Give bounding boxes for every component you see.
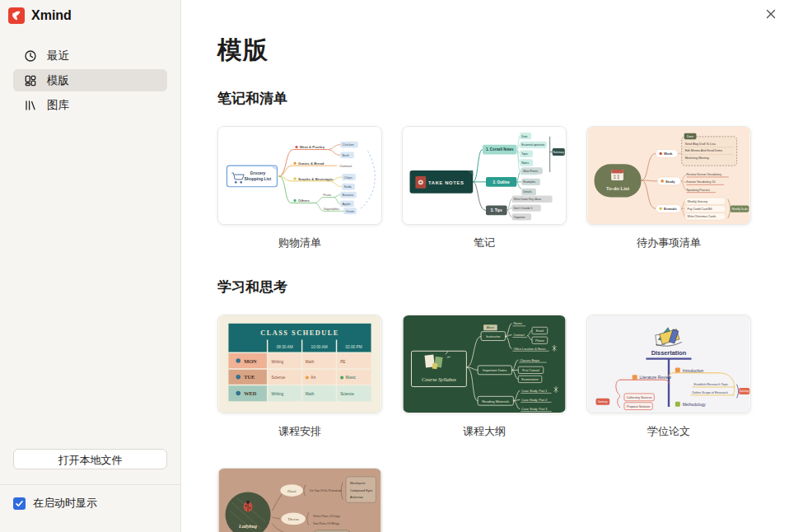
dissertation-branch-methodology: Methodology xyxy=(675,402,706,407)
svg-text:PE: PE xyxy=(340,360,345,364)
svg-text:Weekly Grocery: Weekly Grocery xyxy=(688,200,708,203)
svg-text:Methodology: Methodology xyxy=(683,403,707,407)
svg-text:To-do List: To-do List xyxy=(606,186,629,191)
svg-text:Instructor: Instructor xyxy=(486,334,501,338)
svg-text:CLASS SCHEDULE: CLASS SCHEDULE xyxy=(260,329,339,337)
svg-text:Case Study: Part 1: Case Study: Part 1 xyxy=(521,390,547,393)
svg-text:TAKE NOTES: TAKE NOTES xyxy=(428,180,464,185)
svg-text:On Top Of Its Pronotum: On Top Of Its Pronotum xyxy=(310,489,342,492)
template-card-ladybug[interactable]: Ladybug Head On Top Of Its Pronotum Mout… xyxy=(217,468,382,532)
template-grid: Grocery Shopping List Meat & Poultry Gra… xyxy=(217,126,789,250)
svg-text:Chicken: Chicken xyxy=(343,142,354,147)
app-logo-row: Xmind xyxy=(0,0,180,24)
template-caption: 笔记 xyxy=(402,236,567,250)
svg-text:Thorax: Thorax xyxy=(287,517,300,521)
dissertation-title: Dissertation xyxy=(651,349,687,357)
svg-text:Summary: Summary xyxy=(553,151,564,154)
svg-text:Phone: Phone xyxy=(535,339,544,343)
svg-text:TUE: TUE xyxy=(244,374,254,380)
svg-text:Review Korean Vocabulary: Review Korean Vocabulary xyxy=(687,173,722,176)
svg-text:Grocery: Grocery xyxy=(250,171,265,175)
svg-text:Collecting Sources: Collecting Sources xyxy=(627,396,652,399)
sidebar-item-templates[interactable]: 模版 xyxy=(13,69,167,91)
svg-text:Snacks & Beverages: Snacks & Beverages xyxy=(298,177,334,181)
svg-text:Summary: Summary xyxy=(598,400,608,404)
svg-text:02:00 PM: 02:00 PM xyxy=(345,345,362,349)
svg-text:Chips: Chips xyxy=(344,175,352,180)
svg-text:Send Blog Draft To Lisa: Send Blog Draft To Lisa xyxy=(685,142,716,146)
open-local-file-button[interactable]: 打开本地文件 xyxy=(13,449,167,469)
grocery-root-node: Grocery Shopping List xyxy=(227,166,278,187)
svg-text:Examination: Examination xyxy=(521,378,538,381)
section-heading: 学习和思考 xyxy=(217,278,789,296)
svg-text:Fruits: Fruits xyxy=(324,193,332,197)
svg-text:Weekly To-do: Weekly To-do xyxy=(732,208,748,211)
sidebar-bottom: 打开本地文件 在启动时显示 xyxy=(0,449,180,532)
template-card-todo-list[interactable]: To-do List Work Done Send Blog Draft To … xyxy=(586,126,751,225)
svg-text:WED: WED xyxy=(244,390,257,396)
svg-text:Shopping List: Shopping List xyxy=(245,177,272,181)
show-on-startup-label: 在启动时显示 xyxy=(33,496,97,511)
svg-text:Name: Name xyxy=(513,321,521,325)
svg-text:Apple: Apple xyxy=(343,202,351,206)
show-on-startup-checkbox[interactable] xyxy=(13,497,26,510)
sidebar-item-label: 模版 xyxy=(47,73,69,88)
svg-text:Antennae: Antennae xyxy=(350,496,363,499)
svg-text:Ladybug: Ladybug xyxy=(238,524,257,529)
svg-text:Speaking Practice: Speaking Practice xyxy=(687,189,710,192)
svg-text:Write Christmas Cards: Write Christmas Cards xyxy=(688,215,717,218)
svg-text:2. Outline: 2. Outline xyxy=(493,180,511,184)
svg-text:Essential question: Essential question xyxy=(521,143,544,147)
svg-text:Case Study: Part 2: Case Study: Part 2 xyxy=(521,399,547,402)
template-cell: TAKE NOTES 1. Cornell Notes Date Essenti… xyxy=(402,126,567,250)
template-cell: Dissertation Introduction Establish Rese… xyxy=(586,315,751,438)
xmind-logo-icon xyxy=(8,7,25,24)
svg-text:Meat & Poultry: Meat & Poultry xyxy=(300,145,325,149)
svg-text:Work: Work xyxy=(664,152,673,156)
template-card-dissertation[interactable]: Dissertation Introduction Establish Rese… xyxy=(586,315,751,413)
template-card-course-syllabus[interactable]: Course Syllabus Instructor About Name Co… xyxy=(402,315,567,413)
sidebar-item-gallery[interactable]: 图库 xyxy=(13,94,167,116)
clock-icon xyxy=(24,49,37,63)
template-gallery-panel: 模版 笔记和清单 xyxy=(181,0,789,532)
template-cell: To-do List Work Done Send Blog Draft To … xyxy=(586,126,751,250)
template-card-take-notes[interactable]: TAKE NOTES 1. Cornell Notes Date Essenti… xyxy=(402,126,567,225)
svg-text:Writing: Writing xyxy=(272,392,284,396)
svg-text:Notes: Notes xyxy=(521,161,529,165)
svg-text:Math: Math xyxy=(306,392,315,396)
svg-text:Compound Eyes: Compound Eyes xyxy=(350,489,373,492)
svg-text:Mouthparts: Mouthparts xyxy=(350,482,366,485)
template-card-class-schedule[interactable]: CLASS SCHEDULE 08:30 AM 10:00 AM 02:00 P… xyxy=(217,315,382,413)
template-caption: 学位论文 xyxy=(586,424,751,438)
svg-text:Case Study: Part 3: Case Study: Part 3 xyxy=(521,408,547,411)
sidebar-item-recent[interactable]: 最近 xyxy=(13,44,167,67)
svg-text:First Tutorial: First Tutorial xyxy=(522,369,539,372)
template-caption: 课程安排 xyxy=(217,424,382,438)
svg-text:About: About xyxy=(487,326,494,329)
close-icon[interactable] xyxy=(763,7,778,21)
svg-text:Details: Details xyxy=(523,190,532,194)
startup-row: 在启动时显示 xyxy=(0,484,180,532)
template-card-grocery-list[interactable]: Grocery Shopping List Meat & Poultry Gra… xyxy=(217,126,382,225)
svg-text:Three Pairs Of Legs: Three Pairs Of Legs xyxy=(313,515,340,518)
sidebar-nav: 最近 模版 图库 xyxy=(13,44,167,116)
svg-text:Marketing Meeting: Marketing Meeting xyxy=(685,156,709,160)
template-cell: Grocery Shopping List Meat & Poultry Gra… xyxy=(217,126,382,250)
svg-text:Head: Head xyxy=(287,489,296,493)
svg-text:Science: Science xyxy=(272,376,286,380)
svg-text:Course Syllabus: Course Syllabus xyxy=(422,376,456,382)
svg-text:Writing: Writing xyxy=(272,360,284,364)
svg-text:Soda: Soda xyxy=(344,184,352,189)
library-books-icon xyxy=(24,99,37,112)
svg-text:Examples: Examples xyxy=(523,180,535,184)
svg-text:Date: Date xyxy=(521,135,527,138)
svg-text:Grains & Bread: Grains & Bread xyxy=(298,161,324,166)
svg-text:Art: Art xyxy=(310,376,316,380)
svg-text:Don't Overdo It: Don't Overdo It xyxy=(513,207,532,210)
svg-text:Literature Review: Literature Review xyxy=(640,376,672,380)
svg-text:Office Location & Hours: Office Location & Hours xyxy=(513,348,545,351)
svg-text:Email: Email xyxy=(536,329,544,333)
svg-text:Beef: Beef xyxy=(343,153,350,157)
svg-text:Main Points: Main Points xyxy=(523,170,538,173)
section-heading: 笔记和清单 xyxy=(217,90,789,108)
